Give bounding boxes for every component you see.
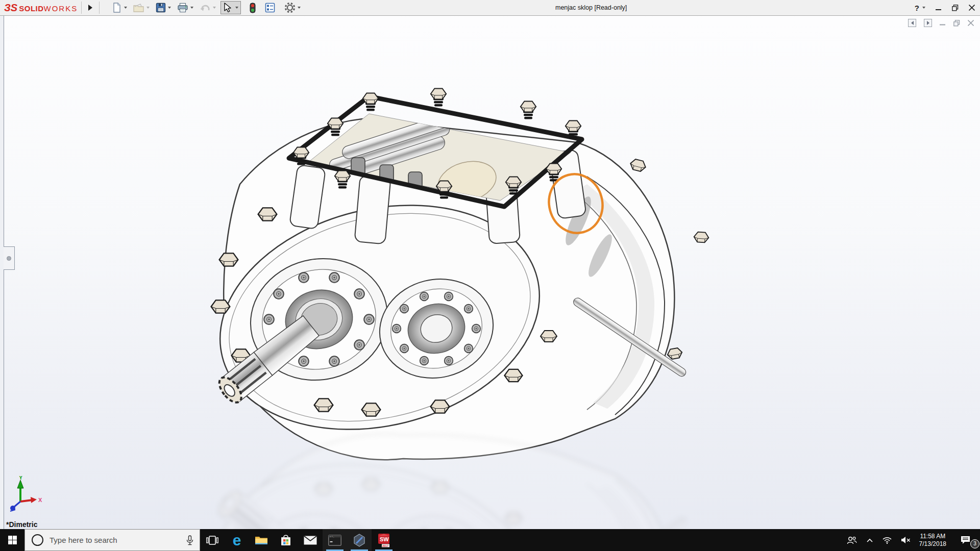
undo-arrow-icon (200, 3, 211, 13)
divider (81, 2, 82, 14)
restore-button[interactable] (952, 5, 959, 11)
options-button[interactable] (283, 1, 302, 14)
system-tray: 11:58 AM 7/13/2018 3 (842, 529, 980, 551)
select-cursor-icon (223, 3, 232, 13)
dropdown-arrow[interactable] (235, 7, 238, 9)
feature-panel-tab[interactable] (4, 246, 15, 270)
taskbar-app-command-prompt[interactable]: C:\_ (323, 529, 347, 551)
windows-logo-icon (8, 536, 17, 544)
svg-text:2017: 2017 (382, 544, 388, 547)
divider (99, 2, 100, 14)
start-button[interactable] (0, 529, 24, 551)
help-button[interactable]: ? (915, 4, 925, 12)
taskbar: e (0, 529, 980, 551)
microphone-icon[interactable] (186, 535, 193, 545)
network-button[interactable] (878, 529, 896, 551)
action-center-button[interactable]: 3 (950, 529, 980, 551)
open-folder-icon (133, 3, 144, 13)
speaker-muted-icon (901, 536, 911, 544)
solidworks-logo: ЗSSOLIDWORKS (4, 2, 78, 14)
mail-icon (304, 536, 317, 545)
pane-collapse-right-button[interactable] (924, 19, 932, 27)
command-prompt-icon: C:\_ (328, 535, 341, 546)
tray-time: 11:58 AM (919, 533, 946, 540)
doc-restore-button[interactable] (953, 20, 960, 27)
notification-badge: 3 (970, 539, 979, 548)
splitter-dot-icon (7, 256, 11, 261)
menu-expand-arrow[interactable] (88, 5, 92, 11)
gear-icon (284, 2, 296, 13)
print-icon (177, 3, 188, 13)
select-tool-button[interactable] (220, 1, 241, 14)
doc-minimize-button[interactable] (940, 20, 946, 26)
new-document-icon (112, 3, 122, 13)
hidden-icons-button[interactable] (862, 529, 878, 551)
dropdown-arrow[interactable] (213, 7, 216, 9)
search-input[interactable] (48, 535, 180, 545)
task-view-button[interactable] (200, 529, 225, 551)
taskbar-app-hexagon[interactable] (347, 529, 372, 551)
doc-close-button[interactable] (968, 20, 974, 26)
wifi-icon (883, 537, 892, 544)
pane-collapse-left-button[interactable] (908, 19, 916, 27)
triad-y-label: Y (19, 476, 23, 481)
print-button[interactable] (176, 2, 195, 14)
graphics-viewport[interactable]: Y X *Dimetric (0, 16, 980, 529)
solidworks-2017-icon: SW 2017 (377, 533, 390, 547)
window-controls: ? (915, 0, 975, 15)
task-view-icon (206, 536, 218, 545)
task-pane-list-button[interactable] (263, 2, 277, 14)
minimize-button[interactable] (936, 5, 942, 11)
triad-x-label: X (38, 497, 42, 503)
3d-model-gearbox[interactable] (0, 16, 980, 529)
save-floppy-icon (156, 3, 166, 13)
hexagon-app-icon (353, 534, 365, 547)
close-button[interactable] (969, 5, 975, 11)
dropdown-arrow[interactable] (146, 7, 150, 9)
taskbar-app-edge[interactable]: e (225, 529, 249, 551)
rebuild-stoplight-button[interactable] (248, 2, 257, 14)
open-button[interactable] (132, 2, 151, 14)
people-icon (847, 536, 857, 544)
chevron-up-icon (866, 538, 873, 543)
save-button[interactable] (154, 2, 173, 14)
taskbar-app-file-explorer[interactable] (249, 529, 274, 551)
action-center-icon (961, 536, 970, 544)
feature-panel-splitter[interactable] (0, 16, 4, 529)
tray-clock[interactable]: 11:58 AM 7/13/2018 (915, 533, 950, 548)
list-panel-icon (265, 3, 275, 13)
people-button[interactable] (842, 529, 862, 551)
volume-button[interactable] (896, 529, 915, 551)
taskbar-app-store[interactable] (274, 529, 298, 551)
new-document-button[interactable] (110, 2, 129, 14)
svg-text:SW: SW (380, 536, 389, 542)
titlebar: ЗSSOLIDWORKS (0, 0, 980, 16)
edge-icon: e (233, 533, 241, 548)
dropdown-arrow[interactable] (168, 7, 171, 9)
gearbox-assembly[interactable] (196, 89, 709, 462)
dropdown-arrow[interactable] (190, 7, 193, 9)
stoplight-icon (250, 3, 256, 13)
taskbar-search[interactable] (24, 529, 200, 551)
document-title: menjac sklop [Read-only] (555, 0, 627, 15)
solidworks-logo-solid: SOLID (19, 4, 43, 13)
tray-date: 7/13/2018 (919, 540, 946, 548)
file-explorer-icon (255, 535, 268, 545)
solidworks-logo-works: WORKS (44, 4, 78, 13)
cortana-icon[interactable] (32, 534, 43, 546)
solidworks-logo-mark: ЗS (4, 2, 17, 14)
solidworks-window: ЗSSOLIDWORKS (0, 0, 980, 551)
standard-toolbar (110, 1, 305, 14)
dropdown-arrow[interactable] (124, 7, 127, 9)
dropdown-arrow[interactable] (922, 7, 925, 9)
undo-button[interactable] (198, 2, 217, 14)
taskbar-app-mail[interactable] (298, 529, 323, 551)
document-window-controls (908, 19, 974, 27)
model-reflection (196, 432, 709, 529)
view-orientation-label: *Dimetric (6, 520, 37, 529)
orientation-triad: Y X (4, 476, 43, 514)
taskbar-app-solidworks[interactable]: SW 2017 (372, 529, 396, 551)
dropdown-arrow[interactable] (298, 7, 301, 9)
svg-text:C:\_: C:\_ (330, 535, 334, 537)
store-icon (280, 534, 291, 546)
